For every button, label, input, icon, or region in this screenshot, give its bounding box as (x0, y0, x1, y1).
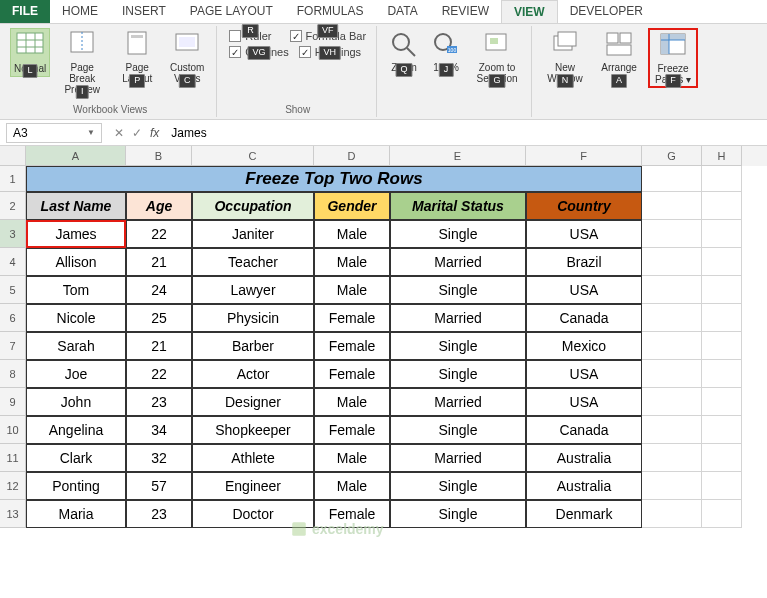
cell[interactable]: Mexico (526, 332, 642, 360)
cell[interactable]: Male (314, 388, 390, 416)
cell[interactable]: 24 (126, 276, 192, 304)
cell[interactable] (702, 304, 742, 332)
hdr-age[interactable]: Age (126, 192, 192, 220)
title-cell[interactable]: Freeze Top Two Rows (26, 166, 642, 192)
cell[interactable]: Engineer (192, 472, 314, 500)
cell[interactable]: 57 (126, 472, 192, 500)
ruler-checkbox[interactable]: RulerR (229, 30, 271, 42)
cell[interactable] (642, 220, 702, 248)
cancel-formula-icon[interactable]: ✕ (114, 126, 124, 140)
cell[interactable]: USA (526, 276, 642, 304)
row-header-6[interactable]: 6 (0, 304, 26, 332)
cell[interactable]: James (26, 220, 126, 248)
cell[interactable]: Single (390, 472, 526, 500)
cell[interactable]: Married (390, 444, 526, 472)
cell[interactable]: USA (526, 388, 642, 416)
row-header-9[interactable]: 9 (0, 388, 26, 416)
cell[interactable]: Maria (26, 500, 126, 528)
zoom-100-button[interactable]: 100 100% J (427, 28, 465, 75)
cell[interactable] (702, 416, 742, 444)
cell[interactable]: 21 (126, 332, 192, 360)
cell[interactable]: Female (314, 360, 390, 388)
cell[interactable]: Physicin (192, 304, 314, 332)
row-header-13[interactable]: 13 (0, 500, 26, 528)
cell[interactable]: 22 (126, 220, 192, 248)
zoom-to-selection-button[interactable]: Zoom to Selection G (469, 28, 525, 86)
cell[interactable]: Male (314, 220, 390, 248)
row-header-5[interactable]: 5 (0, 276, 26, 304)
cell[interactable]: Brazil (526, 248, 642, 276)
hdr-country[interactable]: Country (526, 192, 642, 220)
cell[interactable]: Denmark (526, 500, 642, 528)
accept-formula-icon[interactable]: ✓ (132, 126, 142, 140)
normal-view-button[interactable]: Normal L (10, 28, 50, 77)
gridlines-checkbox[interactable]: GridlinesVG (229, 46, 288, 58)
cell[interactable]: USA (526, 360, 642, 388)
cell[interactable] (642, 472, 702, 500)
hdr-gender[interactable]: Gender (314, 192, 390, 220)
cell[interactable]: Allison (26, 248, 126, 276)
cell[interactable] (702, 248, 742, 276)
cell[interactable]: Single (390, 276, 526, 304)
cell[interactable]: Lawyer (192, 276, 314, 304)
name-box[interactable]: A3 ▼ (6, 123, 102, 143)
new-window-button[interactable]: New Window N (540, 28, 590, 86)
cell[interactable]: Canada (526, 304, 642, 332)
cell[interactable]: Nicole (26, 304, 126, 332)
cell[interactable]: Doctor (192, 500, 314, 528)
cell[interactable]: 23 (126, 500, 192, 528)
formula-bar-checkbox[interactable]: Formula BarVF (290, 30, 367, 42)
cell[interactable] (702, 500, 742, 528)
tab-data[interactable]: DATA (375, 0, 429, 23)
cell[interactable] (702, 472, 742, 500)
cell[interactable]: Canada (526, 416, 642, 444)
col-header-c[interactable]: C (192, 146, 314, 166)
cell[interactable]: Australia (526, 444, 642, 472)
page-break-preview-button[interactable]: Page Break Preview I (54, 28, 110, 97)
cell[interactable] (702, 388, 742, 416)
cell[interactable]: Barber (192, 332, 314, 360)
col-header-d[interactable]: D (314, 146, 390, 166)
fx-icon[interactable]: fx (150, 126, 159, 140)
tab-file[interactable]: FILE (0, 0, 50, 23)
select-all-corner[interactable] (0, 146, 26, 166)
cell[interactable]: Male (314, 248, 390, 276)
tab-page-layout[interactable]: PAGE LAYOUT (178, 0, 285, 23)
cell[interactable]: John (26, 388, 126, 416)
cell[interactable]: Married (390, 304, 526, 332)
cell[interactable]: Female (314, 416, 390, 444)
hdr-last-name[interactable]: Last Name (26, 192, 126, 220)
formula-input[interactable]: James (165, 124, 767, 142)
cell[interactable]: Married (390, 388, 526, 416)
cell[interactable] (642, 388, 702, 416)
row-header-3[interactable]: 3 (0, 220, 26, 248)
cell[interactable]: Single (390, 416, 526, 444)
row-header-2[interactable]: 2 (0, 192, 26, 220)
row-header-12[interactable]: 12 (0, 472, 26, 500)
cell[interactable]: Designer (192, 388, 314, 416)
cell[interactable]: Sarah (26, 332, 126, 360)
cell[interactable]: Joe (26, 360, 126, 388)
cell[interactable]: Married (390, 248, 526, 276)
col-header-b[interactable]: B (126, 146, 192, 166)
cell[interactable] (702, 276, 742, 304)
cell[interactable]: Male (314, 472, 390, 500)
cell[interactable]: Single (390, 332, 526, 360)
cell[interactable]: Shopkeeper (192, 416, 314, 444)
cell[interactable]: Australia (526, 472, 642, 500)
row-header-8[interactable]: 8 (0, 360, 26, 388)
tab-view[interactable]: VIEW (501, 0, 558, 23)
cell[interactable]: Female (314, 304, 390, 332)
cell[interactable]: Angelina (26, 416, 126, 444)
col-header-f[interactable]: F (526, 146, 642, 166)
row-header-4[interactable]: 4 (0, 248, 26, 276)
page-layout-button[interactable]: Page Layout P (114, 28, 160, 86)
cell[interactable]: Male (314, 276, 390, 304)
col-header-e[interactable]: E (390, 146, 526, 166)
cell[interactable]: USA (526, 220, 642, 248)
cell[interactable]: 21 (126, 248, 192, 276)
cell[interactable]: Janiter (192, 220, 314, 248)
cell[interactable] (642, 248, 702, 276)
headings-checkbox[interactable]: HeadingsVH (299, 46, 361, 58)
cell[interactable]: 34 (126, 416, 192, 444)
